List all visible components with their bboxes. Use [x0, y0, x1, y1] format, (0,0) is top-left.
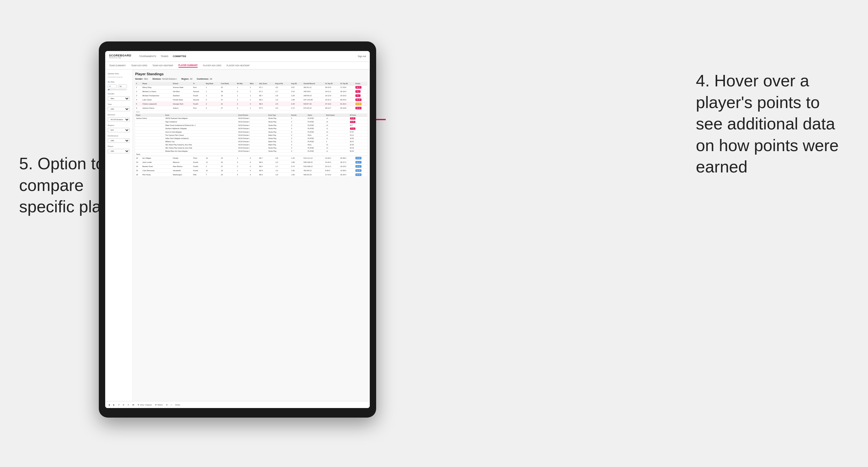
event-points: 30.47: [350, 141, 354, 143]
sub-nav-player-summary[interactable]: PLAYER SUMMARY: [179, 63, 198, 68]
event-row: Fallen Oak Collegiate Invitational NCAA …: [135, 137, 367, 140]
sub-nav-team-summary[interactable]: TEAM SUMMARY: [109, 64, 126, 67]
table-row: 23 Jack Lundin Missouri Fourth 112400 68…: [135, 160, 367, 164]
toolbar-add[interactable]: ⊕: [123, 404, 124, 406]
sidebar-year-label: Year: [108, 103, 130, 105]
conference-filter-value: All: [210, 78, 212, 80]
event-points[interactable]: 42.64: [350, 117, 355, 120]
event-row: Williams Cup NCAA Division I Match Play …: [135, 140, 367, 143]
points-badge[interactable]: 76.2: [355, 90, 361, 93]
sub-nav-player-h2h-grid[interactable]: PLAYER H2H GRID: [203, 64, 221, 67]
table-row: 3 Michael Thorbjornsen Stanford Fourth 1…: [135, 94, 367, 98]
no-rds-from-input[interactable]: [108, 85, 117, 88]
toolbar-download[interactable]: ⬇: [166, 404, 168, 406]
player-select[interactable]: (All): [108, 149, 130, 153]
event-row: Jackson Kolrun UNCW Seahawk Intercollegi…: [135, 117, 367, 120]
nav-teams[interactable]: TEAMS: [161, 55, 168, 58]
event-row: The Cypress Point Classic NCAA Division …: [135, 133, 367, 137]
points-badge[interactable]: 60.58: [355, 157, 362, 159]
standings-table: # Player School Yr Reg Rank Conf Rank No…: [135, 82, 367, 177]
col-school: School: [172, 82, 192, 86]
division-select[interactable]: NCAA Division I: [108, 117, 130, 122]
event-col-player: Player: [135, 114, 164, 117]
event-row: SEC Match Play hosted by Jerry Pate NCAA…: [135, 143, 367, 146]
event-points[interactable]: 73.23: [350, 127, 355, 130]
year-select[interactable]: (All): [108, 107, 130, 111]
points-badge[interactable]: 60.27: [355, 161, 362, 163]
col-yr: Yr: [192, 82, 205, 86]
conference-select[interactable]: (All): [108, 138, 130, 143]
event-points[interactable]: 53.60: [350, 121, 355, 123]
division-filter-label: Division:: [153, 78, 161, 80]
col-avg-to-par: Avg to-Par: [274, 82, 290, 86]
toolbar-refresh[interactable]: ↺: [118, 404, 120, 406]
no-rds-to-input[interactable]: [118, 85, 127, 88]
region-select[interactable]: N/A: [108, 128, 130, 132]
sidebar-conference-section: Conference (All): [108, 135, 130, 143]
nav-committee[interactable]: COMMITTEE: [173, 55, 186, 58]
share-label: Share: [175, 404, 180, 406]
sidebar-gender-label: Gender: [108, 93, 130, 95]
bottom-toolbar: ◀ ▶ ↺ ⊕ ✕ ⧓ 👁 View: Original 👁 Watch ⬇ □…: [105, 401, 370, 408]
toolbar-copy[interactable]: □: [171, 404, 172, 406]
col-rank: #: [135, 82, 142, 86]
col-conf-rank: Conf Rank: [220, 82, 236, 86]
logo-sub: Powered by clipp: [109, 57, 131, 59]
points-badge-hovered[interactable]: 60.49: [355, 103, 362, 105]
sub-nav-player-h2h-heatmap[interactable]: PLAYER H2H HEATMAP: [226, 64, 250, 67]
event-points: 66.40: [350, 150, 354, 152]
cell-rank: 1: [135, 86, 142, 90]
sidebar-no-rds-label: No Rds.: [108, 81, 130, 83]
table-row: 24 Bastien Amat New Mexico Fourth 12720 …: [135, 164, 367, 168]
page-title: Player Standings: [135, 72, 367, 76]
event-col-rank-impact: Rank Impact: [325, 114, 349, 117]
sidebar-division-section: Division NCAA Division I: [108, 114, 130, 122]
table-row: 6 Jackson Koirun Auburn First 22721 87.5…: [135, 106, 367, 110]
cell-player: Wenyi Ding: [142, 86, 172, 90]
view-original-label: View: Original: [140, 404, 152, 406]
content-area: Player Standings Gender: Men Division: N…: [133, 69, 370, 408]
col-points: Points: [354, 82, 367, 86]
event-points: 57.57: [350, 131, 354, 133]
points-badge[interactable]: 98.27: [355, 86, 362, 89]
cell-school: Arizona State: [172, 86, 192, 90]
sub-nav-team-h2h-grid[interactable]: TEAM H2H GRID: [131, 64, 147, 67]
col-adj-score: Adj. Score: [258, 82, 274, 86]
table-row: Nichi: [135, 110, 367, 114]
table-row: 25 Cole Sherwood Vanderbilt Fourth 12231…: [135, 168, 367, 173]
watch-label: Watch: [157, 404, 163, 406]
sub-nav-team-h2h-heatmap[interactable]: TEAM H2H HEATMAP: [152, 64, 174, 67]
event-header-row: Player Event Event Division Event Type R…: [135, 114, 367, 156]
event-col-division: Event Division: [238, 114, 268, 117]
event-points: 16.50: [350, 137, 354, 139]
filters-row: Gender: Men Division: NCAA Division I Re…: [135, 78, 367, 80]
event-row: Tiger Invitational NCAA Division I Strok…: [135, 120, 367, 124]
conference-filter-label: Conference:: [197, 78, 209, 80]
col-overall-record: Overall Record: [303, 82, 324, 86]
toolbar-remove[interactable]: ✕: [127, 404, 129, 406]
toolbar-forward[interactable]: ▶: [113, 404, 115, 406]
gender-select[interactable]: Men: [108, 96, 130, 101]
event-col-status: Status: [307, 114, 325, 117]
points-badge[interactable]: 58.49: [355, 174, 362, 176]
toolbar-view-original[interactable]: 👁 View: Original: [137, 404, 152, 406]
event-row: Amer An Intercollegiate NCAA Division I …: [135, 130, 367, 133]
sidebar-no-rds-range: [108, 85, 130, 88]
cell-yr: First: [192, 86, 205, 90]
nav-sign-out[interactable]: Sign out: [358, 55, 366, 57]
col-reg-rank: Reg Rank: [205, 82, 220, 86]
table-row: 22 Ian Gilligan Florida Third 102410 68.…: [135, 156, 367, 160]
points-badge[interactable]: 70.1: [355, 94, 361, 97]
eye-icon: 👁: [137, 404, 139, 406]
points-badge[interactable]: 68.34: [355, 98, 362, 101]
region-filter-value: All: [190, 78, 192, 80]
no-rds-slider[interactable]: [108, 89, 127, 90]
toolbar-share[interactable]: Share: [175, 404, 180, 406]
points-badge[interactable]: 60.02: [355, 165, 362, 168]
points-badge[interactable]: 60.95: [355, 169, 362, 172]
toolbar-back[interactable]: ◀: [108, 404, 110, 406]
nav-tournaments[interactable]: TOURNAMENTS: [139, 55, 156, 58]
toolbar-link[interactable]: ⧓: [132, 404, 134, 406]
event-points: 24.11: [350, 134, 354, 136]
toolbar-watch[interactable]: 👁 Watch: [155, 404, 163, 406]
